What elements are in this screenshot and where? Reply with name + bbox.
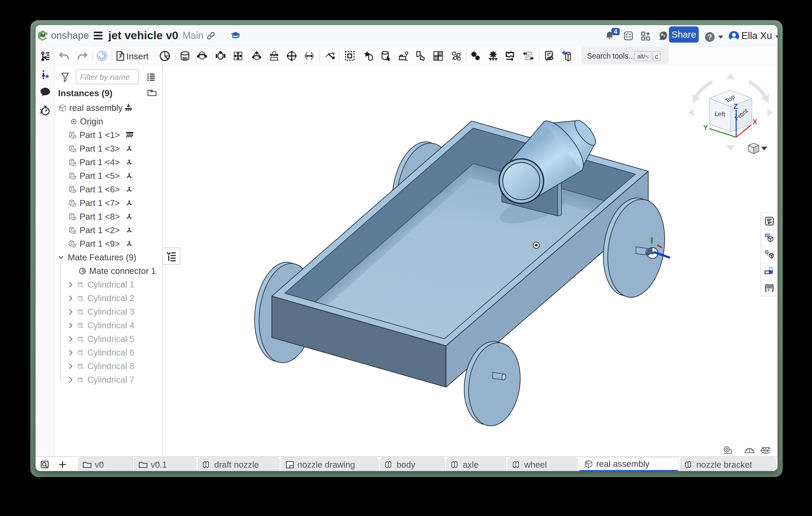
- svg-text:x: x: [767, 287, 770, 292]
- svg-text:Left: Left: [715, 110, 725, 118]
- svg-text:X: X: [753, 118, 758, 126]
- svg-text:Z: Z: [733, 102, 738, 110]
- svg-text:Y: Y: [703, 123, 708, 131]
